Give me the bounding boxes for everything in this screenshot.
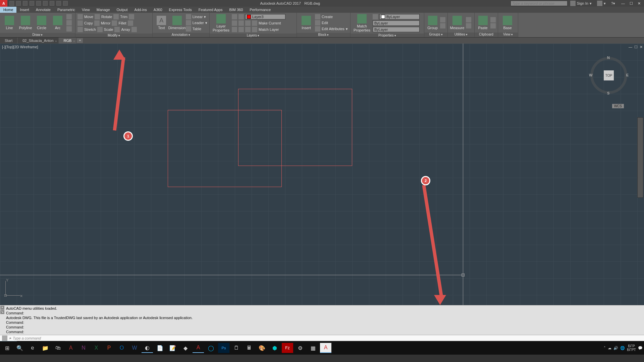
qat-dropdown[interactable]	[63, 1, 68, 6]
arc-button[interactable]: Arc	[50, 16, 65, 30]
search-button[interactable]: 🔍	[14, 343, 25, 353]
tab-parametric[interactable]: Parametric	[54, 7, 78, 13]
tab-home[interactable]: Home	[0, 7, 16, 13]
viewport-minimize-icon[interactable]: —	[629, 45, 632, 49]
powerpoint-icon[interactable]: P	[103, 343, 115, 353]
viewport-label[interactable]: [-][Top][2D Wireframe]	[2, 45, 38, 49]
skype-icon[interactable]: ◯	[205, 343, 217, 353]
trim-button[interactable]: Trim	[120, 15, 127, 19]
qat-button[interactable]	[16, 1, 21, 6]
app-icon[interactable]: ⬢	[269, 343, 280, 353]
layer-properties-button[interactable]: Layer Properties	[212, 14, 230, 32]
notes-icon[interactable]: 🗒	[231, 343, 242, 353]
layer-icon[interactable]	[232, 14, 237, 19]
photoshop-icon[interactable]: Ps	[218, 343, 229, 353]
word-icon[interactable]: W	[129, 343, 140, 353]
make-current-button[interactable]: Make Current	[259, 21, 281, 25]
clip-extra[interactable]	[490, 17, 496, 22]
help-button[interactable]: ?▾	[608, 1, 618, 6]
excel-icon[interactable]: X	[91, 343, 102, 353]
tray-volume-icon[interactable]: 🔊	[613, 346, 618, 350]
panel-label-layers[interactable]: Layers	[210, 34, 297, 37]
minimize-button[interactable]: —	[621, 1, 625, 6]
drawn-rectangle[interactable]	[238, 89, 352, 166]
clip-extra[interactable]	[490, 23, 496, 28]
group-button[interactable]: Group	[426, 16, 439, 30]
line-button[interactable]: Line	[2, 16, 17, 30]
settings-icon[interactable]: ⚙	[294, 343, 306, 353]
fillet-button[interactable]: Fillet	[118, 21, 126, 25]
viewport-maximize-icon[interactable]: ☐	[634, 45, 638, 49]
measure-button[interactable]: Measure	[450, 16, 465, 30]
draw-extra-button[interactable]	[66, 14, 72, 19]
panel-label-view[interactable]: View	[498, 33, 518, 37]
sign-in-menu[interactable]: Sign In▾	[568, 1, 594, 6]
tab-featured[interactable]: Featured Apps	[195, 7, 226, 13]
infocenter-search[interactable]	[511, 1, 568, 6]
util-extra[interactable]	[466, 17, 471, 22]
edge-icon[interactable]: e	[27, 343, 38, 353]
doc-tab-start[interactable]: Start	[0, 38, 17, 44]
rotate-button[interactable]: Rotate	[101, 15, 112, 19]
chrome-icon[interactable]: ◐	[142, 343, 153, 353]
panel-label-groups[interactable]: Groups	[424, 33, 447, 37]
app-icon[interactable]: ◆	[180, 343, 191, 353]
viewcube-top-face[interactable]: TOP	[604, 70, 614, 80]
text-button[interactable]: AText	[155, 16, 168, 30]
panel-label-modify[interactable]: Modify	[75, 34, 152, 37]
lineweight-dropdown[interactable]: ByLayer	[373, 20, 420, 26]
command-input[interactable]: ▸ Type a command	[0, 335, 644, 341]
cmd-recent-icon[interactable]: ↘	[0, 310, 4, 314]
tray-chevron-icon[interactable]: ˄	[604, 346, 606, 350]
tab-bim360[interactable]: BIM 360	[226, 7, 246, 13]
match-layer-button[interactable]: Match Layer	[259, 27, 279, 32]
maximize-button[interactable]: ☐	[630, 1, 633, 6]
autocad-taskbar-icon[interactable]: A	[193, 343, 204, 353]
qat-button[interactable]	[36, 1, 41, 6]
command-history[interactable]: AutoCAD menu utilities loaded. Command: …	[0, 305, 644, 335]
stretch-button[interactable]: Stretch	[84, 27, 96, 32]
viewcube-east[interactable]: E	[626, 73, 629, 77]
edit-block-button[interactable]: Edit	[315, 20, 348, 25]
tab-output[interactable]: Output	[113, 7, 131, 13]
layer-dropdown[interactable]: Layer3	[245, 14, 285, 19]
tray-notifications-icon[interactable]: 💬	[638, 346, 643, 350]
tab-manage[interactable]: Manage	[93, 7, 113, 13]
group-extra[interactable]	[440, 17, 445, 22]
qat-button[interactable]	[50, 1, 54, 6]
scale-button[interactable]: Scale	[104, 27, 113, 32]
linear-button[interactable]: Linear▾	[186, 14, 207, 19]
edit-attributes-button[interactable]: Edit Attributes▾	[315, 26, 348, 32]
qat-button[interactable]	[56, 1, 61, 6]
linetype-dropdown[interactable]: ByLayer	[373, 27, 420, 32]
tab-express[interactable]: Express Tools	[166, 7, 195, 13]
app-icon[interactable]: ▦	[307, 343, 319, 353]
qat-button[interactable]	[30, 1, 34, 6]
cmd-close-icon[interactable]: ×	[0, 306, 4, 310]
paste-button[interactable]: Paste	[477, 16, 489, 30]
array-button[interactable]: Array	[121, 27, 130, 32]
panel-label-utilities[interactable]: Utilities	[448, 33, 474, 37]
onenote-icon[interactable]: N	[78, 343, 89, 353]
qat-button[interactable]	[9, 1, 14, 6]
leader-button[interactable]: Leader▾	[186, 20, 207, 25]
tab-performance[interactable]: Performance	[246, 7, 274, 13]
group-extra[interactable]	[440, 23, 445, 28]
drawing-area[interactable]: [-][Top][2D Wireframe] — ☐ ✕ 1 2 N S E W…	[0, 44, 644, 305]
tab-annotate[interactable]: Annotate	[33, 7, 54, 13]
circle-button[interactable]: Circle	[34, 16, 49, 30]
ucs-icon[interactable]: Y ✕	[3, 278, 23, 298]
create-block-button[interactable]: Create	[315, 14, 348, 19]
panel-label-draw[interactable]: Draw	[0, 33, 75, 37]
move-button[interactable]: Move	[84, 15, 93, 19]
wcs-label[interactable]: WCS	[612, 104, 624, 108]
outlook-icon[interactable]: O	[116, 343, 127, 353]
mirror-button[interactable]: Mirror	[101, 21, 111, 25]
viewcube-south[interactable]: S	[607, 91, 609, 95]
tray-language[interactable]: БГРБГРТ	[627, 344, 636, 352]
new-tab-button[interactable]: +	[77, 38, 83, 43]
start-button[interactable]: ⊞	[1, 343, 13, 353]
panel-label-properties[interactable]: Properties	[351, 34, 424, 37]
layer-icon[interactable]	[238, 14, 244, 19]
dimension-button[interactable]: Dimension	[170, 16, 184, 30]
